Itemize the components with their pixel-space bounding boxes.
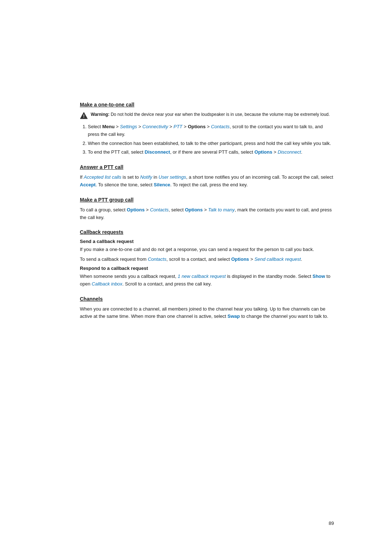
step-3-text: To end the PTT call, select Disconnect, … [88,149,302,155]
svg-text:!: ! [83,114,85,119]
new-callback-request-link[interactable]: 1 new callback request [178,274,226,279]
accepted-list-calls-link[interactable]: Accepted list calls [84,174,121,180]
section-channels: Channels When you are connected to a cha… [80,296,334,321]
callback-inbox-link[interactable]: Callback inbox [92,281,123,287]
contacts-callback-link[interactable]: Contacts [148,256,166,262]
section-make-one-to-one: Make a one-to-one call ! Warning: Do not… [80,102,334,156]
step-1-text: Select Menu > Settings > Connectivity > … [88,124,323,137]
ptt-group-body: To call a group, select Options > Contac… [80,206,334,222]
disconnect-link-2[interactable]: Disconnect [278,149,301,155]
options-group-link[interactable]: Options [127,207,144,212]
warning-box: ! Warning: Do not hold the device near y… [80,111,334,119]
section-answer-ptt: Answer a PTT call If Accepted list calls… [80,164,334,189]
section-title-channels: Channels [80,296,334,302]
swap-link[interactable]: Swap [228,313,240,319]
options-group-link-2[interactable]: Options [185,207,203,212]
warning-icon: ! [80,112,88,119]
section-title-answer-ptt: Answer a PTT call [80,164,334,170]
menu-bold: Menu [102,124,115,129]
options-link-2[interactable]: Options [254,149,272,155]
send-callback-body-2: To send a callback request from Contacts… [80,256,334,263]
warning-bold: Warning: [91,112,110,117]
section-make-ptt-group: Make a PTT group call To call a group, s… [80,197,334,222]
subsection-title-respond-callback: Respond to a callback request [80,266,334,271]
step-3: To end the PTT call, select Disconnect, … [88,149,334,156]
step-1: Select Menu > Settings > Connectivity > … [88,123,334,138]
warning-body: Do not hold the device near your ear whe… [111,112,330,117]
send-callback-body-1: If you make a one-to-one call and do not… [80,246,334,254]
step-2-text: When the connection has been established… [88,141,331,146]
settings-link[interactable]: Settings [120,124,137,129]
section-callback: Callback requests Send a callback reques… [80,229,334,288]
silence-link[interactable]: Silence [154,182,171,187]
warning-text: Warning: Do not hold the device near you… [91,111,330,118]
page-container: Make a one-to-one call ! Warning: Do not… [0,0,392,555]
respond-callback-body: When someone sends you a callback reques… [80,273,334,288]
contacts-group-link[interactable]: Contacts [150,207,168,212]
section-title-ptt-group: Make a PTT group call [80,197,334,203]
user-settings-link[interactable]: User settings [159,174,186,180]
show-link[interactable]: Show [313,274,325,279]
disconnect-link-1[interactable]: Disconnect [145,149,170,155]
page-number: 89 [329,520,334,526]
send-callback-request-link[interactable]: Send callback request [254,256,301,262]
step-2: When the connection has been established… [88,140,334,147]
ptt-link[interactable]: PTT [173,124,183,129]
notify-link[interactable]: Notify [140,174,152,180]
connectivity-link[interactable]: Connectivity [142,124,168,129]
channels-body: When you are connected to a channel, all… [80,305,334,321]
contacts-link-1[interactable]: Contacts [211,124,229,129]
answer-ptt-body: If Accepted list calls is set to Notify … [80,174,334,189]
subsection-title-send-callback: Send a callback request [80,239,334,244]
section-title-make-one-to-one: Make a one-to-one call [80,102,334,108]
options-callback-link[interactable]: Options [231,256,249,262]
options-bold-1: Options [188,124,205,129]
section-title-callback: Callback requests [80,229,334,235]
accept-link[interactable]: Accept [80,182,95,187]
steps-list: Select Menu > Settings > Connectivity > … [80,123,334,156]
talk-to-many-link[interactable]: Talk to many [208,207,234,212]
